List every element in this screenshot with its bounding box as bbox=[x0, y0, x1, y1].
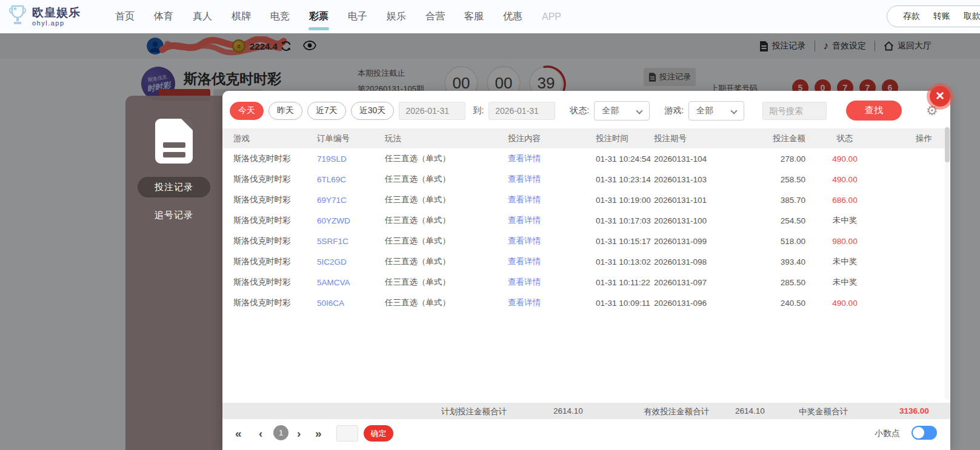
cell-order-id[interactable]: 5AMCVA bbox=[317, 278, 385, 287]
quick-filter-今天[interactable]: 今天 bbox=[230, 102, 264, 120]
cell-status: 未中奖 bbox=[805, 215, 884, 226]
date-from-input[interactable] bbox=[399, 102, 465, 120]
cell-amount: 393.40 bbox=[739, 257, 805, 266]
status-label: 状态: bbox=[570, 105, 589, 116]
modal-sidebar-items: 投注记录追号记录 bbox=[125, 177, 222, 225]
col-header-投注内容: 投注内容 bbox=[508, 133, 596, 144]
cell-game: 斯洛伐克时时彩 bbox=[233, 194, 317, 205]
filter-bar: 今天昨天近7天近30天 到: 状态: 全部 游戏: 全部 查找 ⚙ bbox=[222, 91, 950, 121]
nav-item-彩票[interactable]: 彩票 bbox=[306, 10, 332, 23]
cell-bet-time: 01-31 10:11:22 bbox=[596, 278, 654, 287]
scrollbar-thumb[interactable] bbox=[945, 127, 950, 162]
nav-item-优惠[interactable]: 优惠 bbox=[500, 10, 525, 23]
cell-period: 20260131-099 bbox=[654, 237, 739, 246]
nav-item-体育[interactable]: 体育 bbox=[151, 10, 176, 23]
page-jump-input[interactable] bbox=[336, 425, 358, 442]
col-header-投注金额: 投注金额 bbox=[739, 133, 805, 144]
nav-item-棋牌[interactable]: 棋牌 bbox=[228, 10, 254, 23]
cell-game: 斯洛伐克时时彩 bbox=[233, 277, 317, 288]
table-row: 斯洛伐克时时彩60YZWD任三直选（单式）查看详情01-31 10:17:032… bbox=[222, 210, 950, 231]
view-details-link[interactable]: 查看详情 bbox=[508, 153, 596, 164]
page-jump-confirm-button[interactable]: 确定 bbox=[364, 425, 393, 442]
quick-filter-昨天[interactable]: 昨天 bbox=[268, 102, 302, 120]
cell-order-id[interactable]: 60YZWD bbox=[317, 216, 385, 225]
win-total-value: 3136.00 bbox=[899, 406, 929, 415]
cell-game: 斯洛伐克时时彩 bbox=[233, 174, 317, 185]
cell-status: 未中奖 bbox=[805, 256, 884, 267]
page-last-button[interactable]: » bbox=[315, 426, 322, 441]
wallet-button-存款[interactable]: 存款 bbox=[903, 11, 920, 22]
cell-order-id[interactable]: 6TL69C bbox=[317, 175, 385, 184]
view-details-link[interactable]: 查看详情 bbox=[508, 194, 596, 205]
table-row: 斯洛伐克时时彩69Y71C任三直选（单式）查看详情01-31 10:19:002… bbox=[222, 190, 950, 210]
table-row: 斯洛伐克时时彩719SLD任三直选（单式）查看详情01-31 10:24:542… bbox=[222, 148, 950, 169]
modal-scrollbar[interactable] bbox=[945, 127, 950, 400]
nav-item-首页[interactable]: 首页 bbox=[112, 10, 138, 23]
wallet-button-转账[interactable]: 转账 bbox=[933, 11, 950, 22]
close-icon[interactable]: × bbox=[930, 86, 950, 107]
table-row: 斯洛伐克时时彩50I6CA任三直选（单式）查看详情01-31 10:09:112… bbox=[222, 293, 950, 313]
status-select[interactable]: 全部 bbox=[594, 101, 650, 121]
period-search-input[interactable] bbox=[762, 102, 827, 120]
cell-bet-time: 01-31 10:23:14 bbox=[596, 175, 654, 184]
win-total-label: 中奖金额合计 bbox=[799, 406, 848, 417]
chevron-down-icon bbox=[636, 107, 642, 114]
view-details-link[interactable]: 查看详情 bbox=[508, 174, 596, 185]
view-details-link[interactable]: 查看详情 bbox=[508, 256, 596, 267]
nav-item-娱乐[interactable]: 娱乐 bbox=[384, 10, 409, 23]
cell-amount: 258.50 bbox=[739, 175, 805, 184]
page-first-button[interactable]: « bbox=[235, 426, 242, 441]
cell-period: 20260131-103 bbox=[654, 175, 739, 184]
decimal-toggle-switch[interactable] bbox=[912, 426, 937, 440]
quick-filter-近30天[interactable]: 近30天 bbox=[351, 102, 395, 120]
nav-item-电竞[interactable]: 电竞 bbox=[267, 10, 293, 23]
col-header-游戏: 游戏 bbox=[233, 133, 317, 144]
cell-bet-time: 01-31 10:15:17 bbox=[596, 237, 654, 246]
pagination-bar: « ‹ 1 › » 确定 小数点 bbox=[222, 419, 950, 449]
cell-order-id[interactable]: 69Y71C bbox=[317, 196, 385, 205]
cell-play-type: 任三直选（单式） bbox=[385, 153, 508, 164]
sidebar-item-追号记录[interactable]: 追号记录 bbox=[138, 205, 210, 225]
cell-play-type: 任三直选（单式） bbox=[385, 297, 508, 308]
cell-order-id[interactable]: 5SRF1C bbox=[317, 237, 385, 246]
quick-filter-近7天[interactable]: 近7天 bbox=[307, 102, 346, 120]
view-details-link[interactable]: 查看详情 bbox=[508, 215, 596, 226]
cell-status: 未中奖 bbox=[805, 277, 884, 288]
cell-order-id[interactable]: 719SLD bbox=[317, 154, 385, 164]
decimal-toggle-label: 小数点 bbox=[875, 428, 900, 439]
wallet-button-取款[interactable]: 取款 bbox=[964, 11, 980, 22]
page-prev-button[interactable]: ‹ bbox=[259, 426, 262, 441]
cell-period: 20260131-098 bbox=[654, 257, 739, 266]
nav-item-合营[interactable]: 合营 bbox=[422, 10, 448, 23]
game-select[interactable]: 全部 bbox=[688, 101, 744, 121]
page-next-button[interactable]: › bbox=[297, 426, 301, 441]
view-details-link[interactable]: 查看详情 bbox=[508, 236, 596, 247]
view-details-link[interactable]: 查看详情 bbox=[508, 297, 596, 308]
cell-play-type: 任三直选（单式） bbox=[385, 194, 508, 205]
sidebar-item-投注记录[interactable]: 投注记录 bbox=[138, 177, 210, 197]
nav-item-真人[interactable]: 真人 bbox=[190, 10, 215, 23]
cell-game: 斯洛伐克时时彩 bbox=[233, 153, 317, 164]
cell-play-type: 任三直选（单式） bbox=[385, 215, 508, 226]
nav-item-APP[interactable]: APP bbox=[539, 12, 564, 22]
date-to-input[interactable] bbox=[488, 102, 555, 120]
table-row: 斯洛伐克时时彩5IC2GD任三直选（单式）查看详情01-31 10:13:022… bbox=[222, 251, 950, 272]
cell-status: 490.00 bbox=[805, 299, 884, 308]
plan-total-label: 计划投注金额合计 bbox=[441, 406, 507, 417]
status-select-value: 全部 bbox=[602, 105, 619, 116]
cell-order-id[interactable]: 5IC2GD bbox=[317, 257, 385, 266]
to-label: 到: bbox=[473, 105, 484, 116]
cell-period: 20260131-101 bbox=[654, 196, 739, 205]
nav-item-电子[interactable]: 电子 bbox=[345, 10, 370, 23]
site-logo[interactable]: 欧皇娱乐 ohyl.app bbox=[7, 4, 81, 30]
col-header-订单编号: 订单编号 bbox=[317, 133, 385, 144]
col-header-玩法: 玩法 bbox=[385, 133, 508, 144]
nav-menu: 首页体育真人棋牌电竞彩票电子娱乐合营客服优惠APP bbox=[112, 10, 564, 23]
search-button[interactable]: 查找 bbox=[846, 101, 902, 121]
view-details-link[interactable]: 查看详情 bbox=[508, 277, 596, 288]
current-page-badge[interactable]: 1 bbox=[273, 425, 288, 440]
cell-order-id[interactable]: 50I6CA bbox=[317, 299, 385, 308]
top-nav: 欧皇娱乐 ohyl.app 首页体育真人棋牌电竞彩票电子娱乐合营客服优惠APP … bbox=[0, 0, 980, 33]
cell-amount: 278.00 bbox=[739, 154, 805, 164]
nav-item-客服[interactable]: 客服 bbox=[461, 10, 487, 23]
